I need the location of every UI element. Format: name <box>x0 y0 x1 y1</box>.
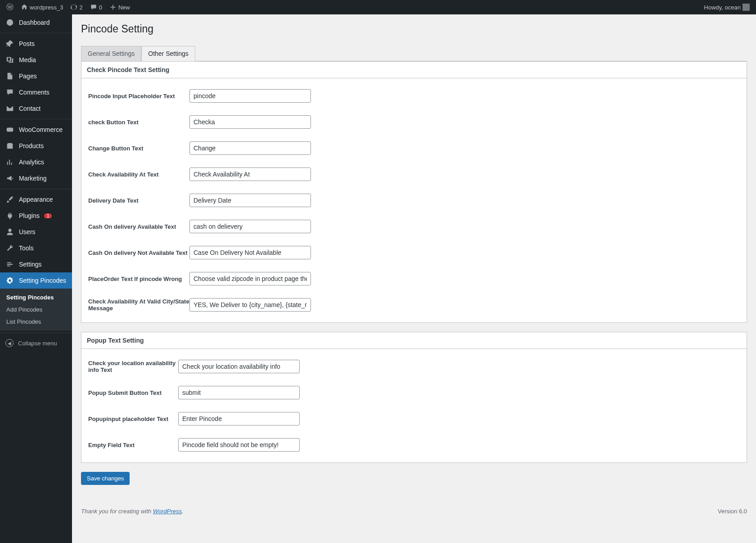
menu-label: Contact <box>19 105 40 112</box>
megaphone-icon <box>5 174 14 183</box>
popup-input-placeholder-input[interactable] <box>178 412 300 425</box>
tab-other[interactable]: Other Settings <box>141 46 195 61</box>
menu-label: Pages <box>19 72 37 80</box>
change-button-text-input[interactable] <box>189 141 311 155</box>
panel-title: Popup Text Setting <box>81 332 747 349</box>
menu-comments[interactable]: Comments <box>0 84 72 100</box>
check-availability-text-input[interactable] <box>189 167 311 181</box>
chart-icon <box>5 158 14 167</box>
version-label: Version 6.0 <box>718 508 747 515</box>
wordpress-link[interactable]: WordPress <box>153 508 182 515</box>
svg-rect-0 <box>7 128 13 132</box>
wp-logo[interactable]: ⓦ <box>4 4 15 11</box>
products-icon <box>5 141 14 150</box>
page-title: Pincode Setting <box>81 19 747 37</box>
admin-bar: ⓦ wordpress_3 2 0 New Howdy, ocean <box>0 0 756 14</box>
empty-field-text-input[interactable] <box>178 438 300 452</box>
new-label: New <box>118 4 130 11</box>
menu-label: Plugins <box>19 212 40 219</box>
menu-posts[interactable]: Posts <box>0 36 72 52</box>
menu-label: Marketing <box>19 175 46 182</box>
field-label: Check Availability At Valid City/State M… <box>88 298 189 312</box>
menu-marketing[interactable]: Marketing <box>0 170 72 186</box>
submenu-list-pincodes[interactable]: List Pincodes <box>0 316 72 328</box>
field-label: Empty Field Text <box>88 442 178 448</box>
comment-icon <box>5 88 14 97</box>
submenu-setting-pincodes[interactable]: Setting Pincodes <box>0 291 72 303</box>
menu-media[interactable]: Media <box>0 52 72 68</box>
page-icon <box>5 72 14 81</box>
menu-plugins[interactable]: Plugins1 <box>0 208 72 224</box>
brush-icon <box>5 195 14 204</box>
refresh-icon <box>70 4 77 11</box>
menu-users[interactable]: Users <box>0 224 72 240</box>
menu-analytics[interactable]: Analytics <box>0 154 72 170</box>
menu-label: Products <box>19 142 44 149</box>
valid-city-message-input[interactable] <box>189 298 311 312</box>
menu-label: Posts <box>19 40 35 47</box>
menu-woocommerce[interactable]: WooCommerce <box>0 122 72 138</box>
menu-label: Setting Pincodes <box>19 277 66 284</box>
avatar <box>742 4 750 11</box>
comments-count: 0 <box>99 4 102 11</box>
check-button-text-input[interactable] <box>189 115 311 129</box>
field-label: PlaceOrder Text If pincode Wrong <box>88 276 189 282</box>
menu-label: Dashboard <box>19 19 50 26</box>
cod-available-text-input[interactable] <box>189 220 311 233</box>
user-icon <box>5 227 14 236</box>
menu-dashboard[interactable]: Dashboard <box>0 14 72 31</box>
plus-icon <box>109 4 117 11</box>
footer-thanks-pre: Thank you for creating with <box>81 508 153 515</box>
field-label: Cash On delivery Not Available Text <box>88 249 189 256</box>
menu-label: Comments <box>19 89 50 96</box>
field-label: Popup Submit Button Text <box>88 389 178 396</box>
delivery-date-text-input[interactable] <box>189 194 311 207</box>
site-title-label: wordpress_3 <box>30 4 63 11</box>
new-link[interactable]: New <box>108 4 132 11</box>
field-label: Delivery Date Text <box>88 197 189 204</box>
howdy-label: Howdy, ocean <box>704 4 741 11</box>
menu-label: Users <box>19 228 36 235</box>
menu-settings[interactable]: Settings <box>0 256 72 272</box>
popup-submit-text-input[interactable] <box>178 386 300 399</box>
panel-check-pincode-text: Check Pincode Text Setting Pincode Input… <box>81 61 747 323</box>
settings-tabs: General Settings Other Settings <box>81 46 747 61</box>
collapse-menu[interactable]: ◀Collapse menu <box>0 335 72 351</box>
menu-tools[interactable]: Tools <box>0 240 72 256</box>
placeorder-wrong-text-input[interactable] <box>189 272 311 285</box>
media-icon <box>5 55 14 64</box>
submenu-add-pincodes[interactable]: Add Pincodes <box>0 303 72 316</box>
menu-setting-pincodes[interactable]: Setting Pincodes <box>0 272 72 289</box>
woocommerce-icon <box>5 125 14 134</box>
pin-icon <box>5 39 14 48</box>
mail-icon <box>5 104 14 113</box>
plugin-icon <box>5 211 14 220</box>
menu-label: WooCommerce <box>19 126 63 133</box>
menu-label: Analytics <box>19 158 44 166</box>
menu-contact[interactable]: Contact <box>0 100 72 117</box>
field-label: check Button Text <box>88 119 189 126</box>
menu-label: Settings <box>19 261 42 268</box>
field-label: Pincode Input Placeholder Text <box>88 93 189 100</box>
menu-products[interactable]: Products <box>0 138 72 154</box>
menu-label: Tools <box>19 244 34 252</box>
site-name-link[interactable]: wordpress_3 <box>19 4 65 11</box>
menu-appearance[interactable]: Appearance <box>0 191 72 208</box>
comments-link[interactable]: 0 <box>88 4 104 11</box>
cod-not-available-text-input[interactable] <box>189 246 311 259</box>
save-button[interactable]: Save changes <box>81 472 130 485</box>
pincode-placeholder-input[interactable] <box>189 89 311 103</box>
menu-label: Media <box>19 56 36 63</box>
home-icon <box>21 4 28 11</box>
admin-sidebar: Dashboard Posts Media Pages Comments Con… <box>0 14 72 543</box>
plugin-update-badge: 1 <box>44 213 52 218</box>
location-availability-info-input[interactable] <box>178 360 300 373</box>
updates-link[interactable]: 2 <box>68 4 84 11</box>
tab-general[interactable]: General Settings <box>81 46 141 61</box>
field-label: Change Button Text <box>88 145 189 152</box>
gear-icon <box>5 276 14 285</box>
field-label: Popupinput placeholder Text <box>88 416 178 422</box>
admin-footer: Thank you for creating with WordPress. V… <box>81 498 747 515</box>
my-account-link[interactable]: Howdy, ocean <box>702 4 752 11</box>
menu-pages[interactable]: Pages <box>0 68 72 84</box>
